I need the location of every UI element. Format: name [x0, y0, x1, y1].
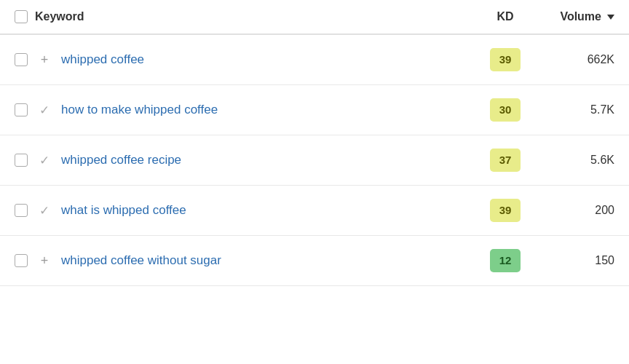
kd-cell: 12	[476, 249, 534, 272]
keyword-link[interactable]: whipped coffee without sugar	[61, 253, 221, 268]
row-checkbox-4[interactable]	[15, 204, 28, 217]
select-all-checkbox[interactable]	[15, 10, 28, 23]
header-keyword-col: Keyword	[15, 10, 476, 23]
volume-cell: 150	[534, 254, 614, 267]
table-row: ✓ what is whipped coffee 39 200	[0, 186, 629, 236]
volume-column-header[interactable]: Volume	[534, 10, 614, 23]
kd-cell: 30	[476, 98, 534, 122]
keyword-column-header: Keyword	[35, 10, 84, 23]
keyword-table: Keyword KD Volume + whipped coffee 39 66…	[0, 0, 629, 364]
kd-cell: 39	[476, 48, 534, 71]
keyword-cell: ✓ how to make whipped coffee	[15, 103, 476, 117]
volume-cell: 200	[534, 204, 614, 217]
kd-badge: 30	[490, 98, 521, 122]
table-row: ✓ whipped coffee recipe 37 5.6K	[0, 135, 629, 186]
add-icon[interactable]: +	[36, 254, 52, 267]
keyword-cell: ✓ what is whipped coffee	[15, 203, 476, 218]
keyword-cell: + whipped coffee without sugar	[15, 253, 476, 268]
kd-badge: 37	[490, 149, 521, 172]
keyword-link[interactable]: whipped coffee recipe	[61, 153, 181, 167]
table-row: + whipped coffee 39 662K	[0, 35, 629, 85]
row-checkbox-2[interactable]	[15, 103, 28, 116]
table-header: Keyword KD Volume	[0, 0, 629, 35]
kd-badge: 39	[490, 199, 521, 222]
check-icon[interactable]: ✓	[36, 154, 52, 167]
table-row: + whipped coffee without sugar 12 150	[0, 236, 629, 286]
keyword-cell: + whipped coffee	[15, 52, 476, 67]
volume-label: Volume	[560, 10, 601, 23]
row-checkbox-5[interactable]	[15, 254, 28, 267]
kd-badge: 39	[490, 48, 521, 71]
kd-cell: 39	[476, 199, 534, 222]
sort-desc-icon	[607, 15, 614, 20]
kd-badge: 12	[490, 249, 521, 272]
keyword-link[interactable]: whipped coffee	[61, 52, 144, 67]
kd-cell: 37	[476, 149, 534, 172]
volume-cell: 5.6K	[534, 154, 614, 167]
volume-cell: 5.7K	[534, 103, 614, 116]
keyword-link[interactable]: what is whipped coffee	[61, 203, 186, 218]
kd-column-header: KD	[476, 10, 534, 23]
check-icon[interactable]: ✓	[36, 205, 52, 217]
table-body: + whipped coffee 39 662K ✓ how to make w…	[0, 35, 629, 286]
keyword-link[interactable]: how to make whipped coffee	[61, 103, 218, 117]
row-checkbox-1[interactable]	[15, 53, 28, 66]
row-checkbox-3[interactable]	[15, 154, 28, 167]
table-row: ✓ how to make whipped coffee 30 5.7K	[0, 85, 629, 135]
volume-cell: 662K	[534, 53, 614, 66]
check-icon[interactable]: ✓	[36, 104, 52, 116]
add-icon[interactable]: +	[36, 53, 52, 66]
keyword-cell: ✓ whipped coffee recipe	[15, 153, 476, 167]
